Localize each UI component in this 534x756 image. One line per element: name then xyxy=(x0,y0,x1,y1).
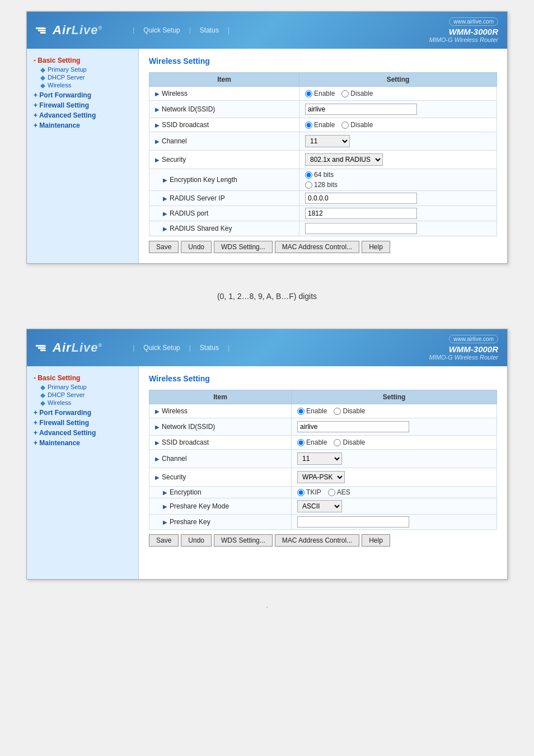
sidebar-item-dhcp[interactable]: DHCP Server xyxy=(40,73,132,81)
settings-table-1: Item Setting ▶ Wireless xyxy=(149,72,497,236)
sidebar2-basic-setting[interactable]: - Basic Setting xyxy=(34,374,132,382)
row-label-radius-ip: ▶ RADIUS Server IP xyxy=(149,191,299,206)
ssid-broadcast-enable-option-2[interactable]: Enable xyxy=(297,438,327,446)
wireless-enable-radio[interactable] xyxy=(305,90,312,97)
row-setting-radius-port xyxy=(299,206,496,221)
sidebar2-item-wireless[interactable]: Wireless xyxy=(40,399,132,407)
channel-select-2[interactable]: 11 xyxy=(297,452,342,465)
arrow-icon: ▶ xyxy=(163,226,167,232)
row-setting-preshare-key xyxy=(292,515,497,530)
mac-address-button-1[interactable]: MAC Address Control... xyxy=(275,241,359,253)
sidebar-maintenance[interactable]: + Maintenance xyxy=(34,122,132,129)
sidebar-advanced-setting[interactable]: + Advanced Setting xyxy=(34,111,132,119)
row-label-radius-key: ▶ RADIUS Shared Key xyxy=(149,221,299,236)
sidebar-section-firewall: + Firewall Setting xyxy=(34,101,132,109)
table-row: ▶ Encryption TKIP xyxy=(149,487,497,498)
nav-status[interactable]: Status xyxy=(196,25,222,35)
ssid-input-1[interactable] xyxy=(305,104,417,115)
sidebar-port-forwarding[interactable]: + Port Forwarding xyxy=(34,91,132,99)
ssid-input-2[interactable] xyxy=(297,421,409,432)
svg-marker-0 xyxy=(40,68,45,73)
wireless-disable-option[interactable]: Disable xyxy=(341,90,373,97)
channel-select-1[interactable]: 11 xyxy=(305,135,350,147)
ssid-broadcast-enable-radio[interactable] xyxy=(305,122,312,129)
wireless-disable-option-2[interactable]: Disable xyxy=(334,407,365,415)
wireless-disable-radio-2[interactable] xyxy=(334,408,341,415)
ssid-broadcast-enable-option[interactable]: Enable xyxy=(305,121,335,129)
arrow-icon: ▶ xyxy=(155,474,160,480)
col-setting-2: Setting xyxy=(292,390,497,404)
sidebar-firewall-setting[interactable]: + Firewall Setting xyxy=(34,101,132,109)
wireless-disable-radio[interactable] xyxy=(341,90,349,97)
table-row: ▶ RADIUS Shared Key xyxy=(149,221,497,236)
preshare-mode-select[interactable]: ASCII HEX xyxy=(297,500,342,512)
sidebar-item-primary[interactable]: Primary Setup xyxy=(40,66,132,73)
ssid-broadcast-disable-radio-2[interactable] xyxy=(334,439,341,446)
svg-marker-2 xyxy=(40,83,45,88)
help-button-1[interactable]: Help xyxy=(362,241,390,253)
nav-quick-setup[interactable]: Quick Setup xyxy=(140,25,183,35)
radius-key-input[interactable] xyxy=(305,223,417,234)
aes-radio[interactable] xyxy=(328,489,335,496)
nav-status-2[interactable]: Status xyxy=(196,343,222,353)
bits128-option[interactable]: 128 bits xyxy=(305,181,491,189)
bits64-option[interactable]: 64 bits xyxy=(305,171,491,179)
wireless-enable-option[interactable]: Enable xyxy=(305,90,335,97)
wireless-enable-option-2[interactable]: Enable xyxy=(297,407,327,415)
website-badge: www.airlive.com xyxy=(449,17,498,26)
bits128-radio[interactable] xyxy=(305,181,312,189)
preshare-key-input[interactable] xyxy=(297,516,409,528)
mac-address-button-2[interactable]: MAC Address Control... xyxy=(275,534,359,547)
radius-port-input[interactable] xyxy=(305,208,417,219)
nav-quick-setup-2[interactable]: Quick Setup xyxy=(140,343,183,353)
sidebar-section-maintenance: + Maintenance xyxy=(34,122,132,129)
logo-reg: ® xyxy=(99,25,103,31)
section-heading-1: Wireless Setting xyxy=(149,57,497,66)
sidebar2-maintenance[interactable]: + Maintenance xyxy=(34,439,132,447)
arrow-icon: ▶ xyxy=(163,177,167,183)
sidebar2-firewall-setting[interactable]: + Firewall Setting xyxy=(34,419,132,427)
model-subtitle: MIMO-G Wireless Router xyxy=(429,36,498,43)
radius-ip-input[interactable] xyxy=(305,193,417,204)
sidebar2-advanced-setting[interactable]: + Advanced Setting xyxy=(34,429,132,437)
bits64-radio[interactable] xyxy=(305,171,312,179)
svg-marker-1 xyxy=(40,76,45,81)
brand-logo: AirLive® xyxy=(53,23,102,38)
help-button-2[interactable]: Help xyxy=(362,534,390,547)
table-row: ▶ Wireless Enable xyxy=(149,87,497,101)
tkip-option[interactable]: TKIP xyxy=(297,488,321,496)
save-button-1[interactable]: Save xyxy=(149,241,179,253)
col-setting-1: Setting xyxy=(299,73,496,87)
row-label-channel: ▶ Channel xyxy=(149,132,299,151)
sidebar2-item-primary[interactable]: Primary Setup xyxy=(40,383,132,391)
nav-links: | Quick Setup | Status | xyxy=(129,25,233,35)
wireless-radio-group: Enable Disable xyxy=(305,90,491,97)
arrow-icon: ▶ xyxy=(155,440,160,446)
ssid-broadcast-disable-option[interactable]: Disable xyxy=(341,121,373,129)
security-select-1[interactable]: 802.1x and RADIUS xyxy=(305,153,383,166)
row-label-security-2: ▶ Security xyxy=(149,468,292,487)
tkip-radio[interactable] xyxy=(297,489,305,496)
sidebar-item-wireless[interactable]: Wireless xyxy=(40,81,132,89)
aes-option[interactable]: AES xyxy=(328,488,350,496)
undo-button-2[interactable]: Undo xyxy=(181,534,212,547)
table-row: ▶ Preshare Key xyxy=(149,515,497,530)
security-select-2[interactable]: WPA-PSK xyxy=(297,471,345,483)
sidebar2-port-forwarding[interactable]: + Port Forwarding xyxy=(34,409,132,417)
header-2: AirLive® | Quick Setup | Status | www.ai… xyxy=(27,329,507,366)
sidebar-basic-setting[interactable]: - Basic Setting xyxy=(34,57,132,64)
wds-setting-button-1[interactable]: WDS Setting... xyxy=(214,241,273,253)
undo-button-1[interactable]: Undo xyxy=(181,241,212,253)
row-setting-channel: 11 xyxy=(299,132,496,151)
save-button-2[interactable]: Save xyxy=(149,534,179,547)
svg-marker-4 xyxy=(40,393,45,398)
row-setting-radius-key xyxy=(299,221,496,236)
wireless-enable-radio-2[interactable] xyxy=(297,408,305,415)
ssid-broadcast-disable-radio[interactable] xyxy=(341,122,349,129)
wds-setting-button-2[interactable]: WDS Setting... xyxy=(214,534,273,547)
sidebar2-item-dhcp[interactable]: DHCP Server xyxy=(40,391,132,399)
ssid-broadcast-disable-option-2[interactable]: Disable xyxy=(334,438,365,446)
ssid-broadcast-enable-radio-2[interactable] xyxy=(297,439,305,446)
page-wrapper: AirLive® | Quick Setup | Status | www.ai… xyxy=(11,11,523,612)
sidebar2-section-advanced: + Advanced Setting xyxy=(34,429,132,437)
